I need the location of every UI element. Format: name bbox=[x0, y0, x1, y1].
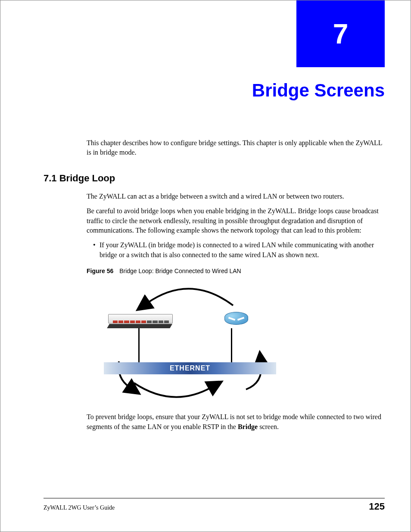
content-area: This chapter describes how to configure … bbox=[44, 138, 385, 432]
chapter-label: CHAPTER bbox=[249, 22, 290, 27]
conclusion-suffix: screen. bbox=[258, 423, 279, 430]
figure-label: Figure 56 bbox=[87, 268, 113, 274]
intro-paragraph: This chapter describes how to configure … bbox=[87, 138, 385, 158]
section-heading: 7.1 Bridge Loop bbox=[44, 173, 385, 184]
switch-device-icon bbox=[108, 314, 173, 329]
footer-guide-title: ZyWALL 2WG User’s Guide bbox=[44, 504, 115, 511]
conclusion-paragraph: To prevent bridge loops, ensure that you… bbox=[87, 412, 385, 432]
bullet-item: If your ZyWALL (in bridge mode) is conne… bbox=[93, 240, 385, 260]
body-paragraph-2: Be careful to avoid bridge loops when yo… bbox=[87, 206, 385, 235]
chapter-title: Bridge Screens bbox=[252, 80, 385, 101]
chapter-tab: 7 bbox=[296, 0, 385, 67]
figure-title: Bridge Loop: Bridge Connected to Wired L… bbox=[119, 268, 241, 274]
loop-arrows-icon bbox=[87, 280, 285, 404]
body-paragraph-1: The ZyWALL can act as a bridge between a… bbox=[87, 192, 385, 201]
conclusion-bold: Bridge bbox=[238, 423, 258, 430]
figure-diagram: ETHERNET bbox=[87, 280, 285, 404]
conclusion-prefix: To prevent bridge loops, ensure that you… bbox=[87, 413, 381, 430]
wire-right bbox=[231, 328, 232, 363]
figure-caption: Figure 56 Bridge Loop: Bridge Connected … bbox=[87, 268, 385, 274]
ethernet-bus: ETHERNET bbox=[104, 362, 276, 374]
page: 7 CHAPTER Bridge Screens This chapter de… bbox=[0, 0, 411, 532]
page-number: 125 bbox=[369, 501, 385, 512]
wire-left bbox=[138, 328, 140, 363]
page-footer: ZyWALL 2WG User’s Guide 125 bbox=[44, 498, 385, 512]
chapter-number: 7 bbox=[333, 18, 349, 50]
router-device-icon bbox=[224, 312, 248, 329]
